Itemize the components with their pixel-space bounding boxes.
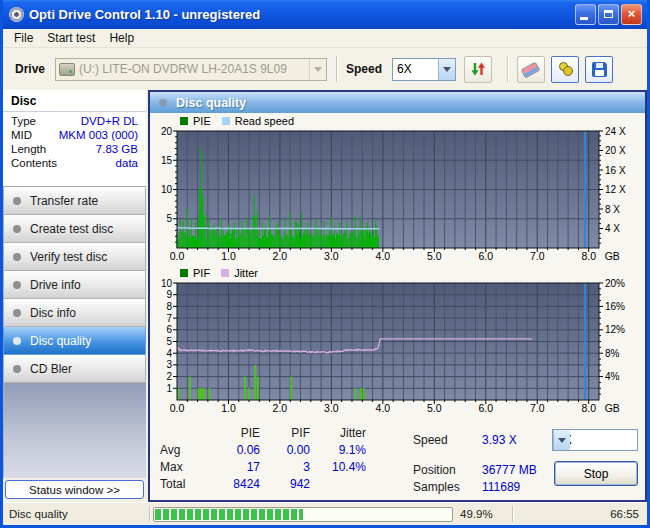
speed-select-arrow[interactable] — [438, 59, 455, 80]
sidebar: Disc Type DVD+R DL MID MKM 003 (000) Len… — [3, 90, 146, 502]
legend-swatch — [180, 117, 188, 125]
samples-stat-label: Samples — [413, 480, 460, 494]
svg-text:7.0: 7.0 — [530, 402, 545, 414]
svg-text:7: 7 — [166, 313, 172, 324]
sidebar-item-transfer-rate[interactable]: Transfer rate — [3, 187, 146, 215]
disc-info-header: Disc — [3, 92, 146, 112]
status-window-button[interactable]: Status window >> — [5, 480, 144, 499]
title-bar[interactable]: Opti Drive Control 1.10 - unregistered × — [3, 0, 647, 29]
sidebar-item-verify-test-disc[interactable]: Verify test disc — [3, 243, 146, 271]
drive-select: (U:) LITE-ON DVDRW LH-20A1S 9L09 — [55, 58, 327, 81]
sidebar-item-label: CD Bler — [30, 362, 72, 376]
stat-col-header: PIF — [266, 426, 310, 440]
disc-info-row: Contents data — [3, 156, 146, 170]
app-window: Opti Drive Control 1.10 - unregistered ×… — [0, 0, 650, 528]
svg-text:0.0: 0.0 — [170, 402, 185, 414]
erase-disc-button[interactable] — [517, 56, 545, 83]
progress-bar — [153, 507, 453, 522]
speed-stat-value: 3.93 X — [482, 433, 517, 447]
minimize-button[interactable] — [575, 4, 596, 25]
svg-text:12%: 12% — [605, 324, 625, 335]
svg-text:3.0: 3.0 — [324, 250, 339, 262]
chevron-down-icon — [443, 67, 451, 72]
close-button[interactable]: × — [621, 4, 642, 25]
stat-row-label: Avg — [160, 443, 180, 457]
stat-row-label: Total — [160, 477, 185, 491]
speed-stat-label: Speed — [413, 433, 448, 447]
stat-value-pie-avg: 0.06 — [202, 443, 260, 457]
svg-text:4%: 4% — [605, 371, 620, 382]
info-label: Length — [11, 143, 46, 155]
disc-info-row: Length 7.83 GB — [3, 142, 146, 156]
svg-text:8: 8 — [166, 301, 172, 312]
svg-text:16%: 16% — [605, 301, 625, 312]
samples-stat-value: 111689 — [482, 480, 520, 494]
status-bar: Disc quality 49.9% 66:55 — [3, 502, 647, 525]
svg-text:GB: GB — [605, 250, 620, 262]
refresh-button[interactable] — [464, 56, 492, 83]
svg-text:4: 4 — [166, 348, 172, 359]
legend-label: PIE — [193, 115, 211, 127]
pif-legend: PIFJitter — [180, 265, 645, 279]
info-label: Contents — [11, 157, 57, 169]
pie-legend: PIERead speed — [180, 113, 645, 127]
legend-swatch — [180, 269, 188, 277]
svg-text:6.0: 6.0 — [478, 250, 493, 262]
svg-text:15: 15 — [161, 155, 173, 166]
stop-button[interactable]: Stop — [554, 461, 638, 486]
svg-text:8%: 8% — [605, 348, 620, 359]
content-area: Disc Type DVD+R DL MID MKM 003 (000) Len… — [3, 90, 647, 502]
main-panel: Disc quality PIERead speed51015204 X8 X1… — [148, 90, 647, 502]
menu-file[interactable]: File — [7, 30, 40, 46]
svg-text:16 X: 16 X — [605, 165, 626, 176]
test-speed-select[interactable]: 4X — [552, 429, 638, 451]
sidebar-item-create-test-disc[interactable]: Create test disc — [3, 215, 146, 243]
sidebar-item-label: Disc quality — [30, 334, 91, 348]
sidebar-item-drive-info[interactable]: Drive info — [3, 271, 146, 299]
pif-plot: 123456789104%8%12%16%20%0.01.02.03.04.05… — [150, 279, 645, 415]
progress-fill — [155, 509, 303, 520]
svg-text:5: 5 — [166, 213, 172, 224]
legend-label: Read speed — [235, 115, 294, 127]
toolbar-separator — [336, 56, 337, 82]
svg-text:1.0: 1.0 — [221, 250, 236, 262]
sidebar-item-cd-bler[interactable]: CD Bler — [3, 355, 146, 383]
panel-header: Disc quality — [150, 92, 645, 113]
sidebar-item-label: Disc info — [30, 306, 76, 320]
chevron-down-icon — [558, 438, 566, 443]
hand-icon — [557, 61, 574, 77]
svg-text:6: 6 — [166, 324, 172, 335]
disc-icon — [13, 337, 21, 345]
clean-drive-button[interactable] — [551, 56, 579, 83]
stat-col-header: Jitter — [314, 426, 366, 440]
svg-text:10: 10 — [161, 279, 173, 289]
disc-icon — [13, 253, 21, 261]
drive-select-arrow — [309, 59, 326, 80]
svg-text:5.0: 5.0 — [427, 250, 442, 262]
menu-start-test[interactable]: Start test — [40, 30, 102, 46]
sidebar-filler — [3, 383, 146, 478]
statusbar-time: 66:55 — [513, 508, 647, 520]
window-title: Opti Drive Control 1.10 - unregistered — [29, 7, 570, 22]
svg-text:6.0: 6.0 — [478, 402, 493, 414]
save-button[interactable] — [585, 56, 613, 83]
svg-text:12 X: 12 X — [605, 184, 626, 195]
menu-help[interactable]: Help — [102, 30, 141, 46]
sidebar-item-label: Drive info — [30, 278, 81, 292]
maximize-button[interactable] — [598, 4, 619, 25]
svg-text:4 X: 4 X — [605, 223, 620, 234]
sidebar-item-disc-info[interactable]: Disc info — [3, 299, 146, 327]
save-floppy-icon — [592, 62, 607, 77]
info-value: DVD+R DL — [81, 115, 138, 127]
stats-panel: PIE PIF Jitter Avg 0.06 0.00 9.1% Max 17… — [150, 417, 645, 500]
stat-value-pie-total: 8424 — [202, 477, 260, 491]
sidebar-item-disc-quality[interactable]: Disc quality — [3, 327, 146, 355]
svg-text:8.0: 8.0 — [581, 250, 596, 262]
pie-readspeed-chart: PIERead speed51015204 X8 X12 X16 X20 X24… — [150, 113, 645, 265]
speed-select[interactable]: 6X — [392, 58, 456, 81]
stat-value-pif-avg: 0.00 — [266, 443, 310, 457]
refresh-arrows-icon — [469, 61, 487, 77]
info-label: MID — [11, 129, 32, 141]
svg-text:2: 2 — [166, 371, 172, 382]
test-speed-select-arrow[interactable] — [553, 430, 570, 450]
